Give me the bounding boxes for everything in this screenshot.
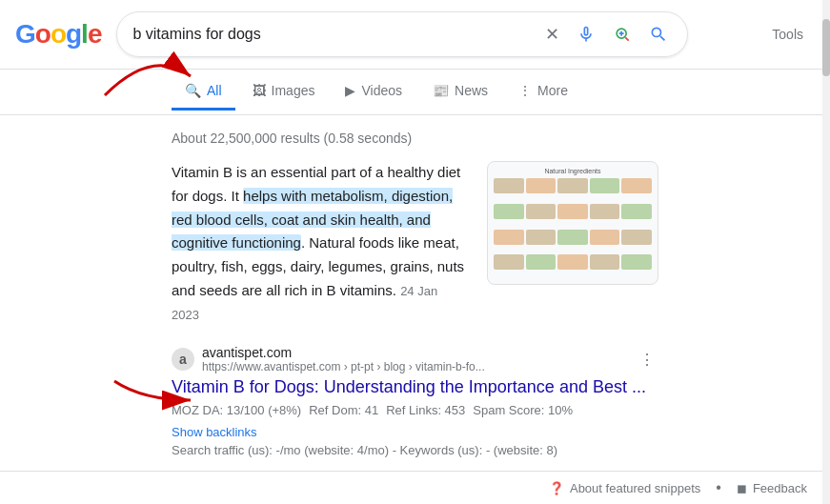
help-icon: ❓ bbox=[549, 481, 564, 495]
videos-icon: ▶ bbox=[345, 83, 355, 98]
snippet-image: Natural Ingredients bbox=[487, 161, 658, 285]
search-icons: ✕ bbox=[541, 20, 672, 49]
images-icon: 🖼 bbox=[253, 83, 266, 98]
traffic-info: Search traffic (us): -/mo (website: 4/mo… bbox=[172, 443, 557, 457]
img-cell-18 bbox=[557, 254, 588, 270]
result-favicon: a bbox=[172, 348, 194, 371]
image-search-button[interactable] bbox=[609, 21, 636, 48]
snippet-image-grid bbox=[494, 178, 652, 278]
tab-videos-label: Videos bbox=[361, 83, 402, 98]
moz-da: MOZ DA: 13/100 (+8%) bbox=[172, 403, 301, 417]
img-cell-3 bbox=[557, 178, 588, 193]
result-menu-button[interactable]: ⋮ bbox=[636, 347, 658, 373]
header: Google ✕ Tools bbox=[0, 0, 830, 70]
feedback-link[interactable]: ◼ Feedback bbox=[737, 481, 807, 495]
img-cell-13 bbox=[557, 230, 588, 245]
ref-dom: Ref Dom: 41 bbox=[309, 403, 378, 417]
img-cell-15 bbox=[621, 230, 652, 245]
tab-all-label: All bbox=[207, 83, 222, 98]
result-url: https://www.avantispet.com › pt-pt › blo… bbox=[202, 360, 628, 373]
show-backlinks-link[interactable]: Show backlinks bbox=[172, 425, 257, 439]
results-area: About 22,500,000 results (0.58 seconds) … bbox=[0, 115, 830, 488]
img-cell-17 bbox=[526, 254, 557, 270]
tab-more-label: More bbox=[537, 83, 568, 98]
tab-news[interactable]: 📰 News bbox=[419, 73, 501, 111]
featured-snippet: Vitamin B is an essential part of a heal… bbox=[172, 161, 658, 326]
img-cell-2 bbox=[526, 178, 557, 193]
more-icon: ⋮ bbox=[518, 83, 532, 98]
tab-news-label: News bbox=[455, 83, 488, 98]
tab-all[interactable]: 🔍 All bbox=[172, 73, 235, 111]
spam-score: Spam Score: 10% bbox=[473, 403, 573, 417]
img-cell-16 bbox=[494, 254, 524, 270]
ref-links: Ref Links: 453 bbox=[386, 403, 465, 417]
feedback-icon: ◼ bbox=[737, 481, 747, 495]
result-site-info: avantispet.com https://www.avantispet.co… bbox=[202, 345, 628, 373]
nav-tabs: 🔍 All 🖼 Images ▶ Videos 📰 News ⋮ More bbox=[0, 70, 830, 115]
result-source: a avantispet.com https://www.avantispet.… bbox=[172, 345, 658, 373]
tab-images[interactable]: 🖼 Images bbox=[239, 73, 329, 111]
result-traffic: Search traffic (us): -/mo (website: 4/mo… bbox=[172, 443, 658, 457]
img-cell-1 bbox=[494, 178, 524, 193]
img-cell-14 bbox=[590, 230, 620, 245]
tab-more[interactable]: ⋮ More bbox=[505, 73, 581, 111]
img-cell-20 bbox=[621, 254, 652, 270]
search-result-0: a avantispet.com https://www.avantispet.… bbox=[172, 345, 658, 457]
dot-separator: • bbox=[716, 479, 721, 496]
tab-images-label: Images bbox=[272, 83, 315, 98]
tools-button[interactable]: Tools bbox=[760, 19, 815, 50]
result-site-name: avantispet.com bbox=[202, 345, 628, 360]
google-logo: Google bbox=[15, 19, 101, 50]
search-input[interactable] bbox=[132, 26, 534, 43]
img-cell-12 bbox=[526, 230, 557, 245]
search-submit-button[interactable] bbox=[645, 21, 672, 48]
result-meta: MOZ DA: 13/100 (+8%) Ref Dom: 41 Ref Lin… bbox=[172, 403, 658, 439]
scrollbar-thumb[interactable] bbox=[822, 19, 830, 76]
feedback-label: Feedback bbox=[753, 481, 807, 495]
img-cell-5 bbox=[621, 178, 652, 193]
img-cell-19 bbox=[590, 254, 620, 270]
search-bar: ✕ bbox=[116, 11, 688, 57]
results-count: About 22,500,000 results (0.58 seconds) bbox=[172, 131, 658, 146]
about-snippets-label: About featured snippets bbox=[570, 481, 700, 495]
img-cell-4 bbox=[590, 178, 620, 193]
img-cell-11 bbox=[494, 230, 524, 245]
bottom-bar: ❓ About featured snippets • ◼ Feedback bbox=[0, 471, 830, 504]
snippet-text-content: Vitamin B is an essential part of a heal… bbox=[172, 161, 468, 326]
img-cell-10 bbox=[621, 204, 652, 219]
img-cell-8 bbox=[557, 204, 588, 219]
voice-search-button[interactable] bbox=[573, 21, 599, 48]
all-icon: 🔍 bbox=[185, 83, 201, 98]
scrollbar[interactable] bbox=[822, 0, 830, 504]
img-cell-7 bbox=[526, 204, 557, 219]
about-snippets-link[interactable]: ❓ About featured snippets bbox=[549, 481, 700, 495]
tab-videos[interactable]: ▶ Videos bbox=[332, 73, 415, 111]
clear-button[interactable]: ✕ bbox=[541, 20, 563, 49]
result-title[interactable]: Vitamin B for Dogs: Understanding the Im… bbox=[172, 377, 658, 397]
img-cell-9 bbox=[590, 204, 620, 219]
img-cell-6 bbox=[494, 204, 524, 219]
snippet-image-title: Natural Ingredients bbox=[494, 168, 652, 174]
news-icon: 📰 bbox=[433, 83, 449, 98]
